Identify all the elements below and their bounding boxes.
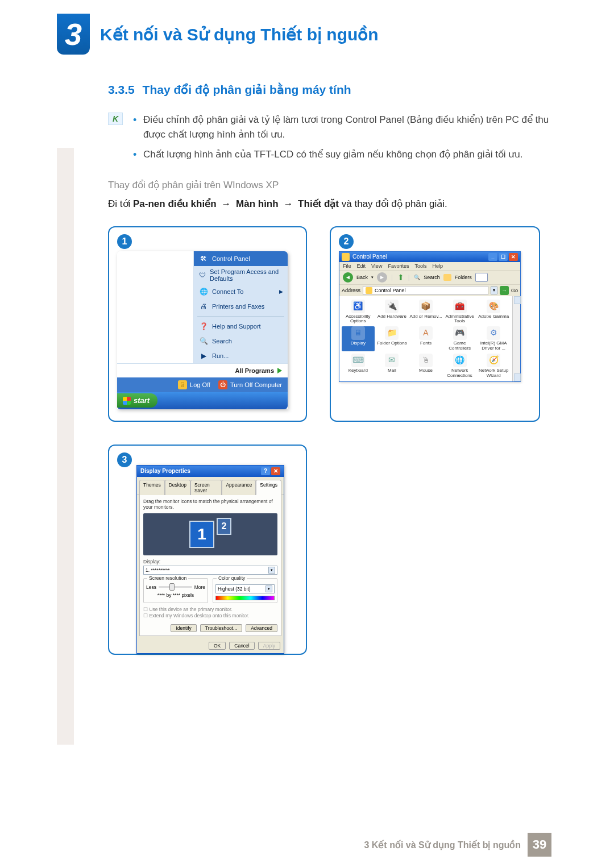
cp-item[interactable]: 🎨Adobe Gamma bbox=[477, 300, 510, 325]
forward-button[interactable]: ► bbox=[377, 272, 387, 283]
folders-icon bbox=[443, 274, 451, 281]
monitor-2[interactable]: 2 bbox=[217, 518, 231, 535]
instruction: Đi tới Pa-nen điều khiển → Màn hình → Th… bbox=[108, 197, 551, 211]
slider-thumb[interactable] bbox=[169, 583, 175, 591]
note-block: K Điều chỉnh độ phân giải và tỷ lệ làm t… bbox=[108, 113, 551, 167]
start-menu-item[interactable]: 🖨Printers and Faxes bbox=[194, 299, 288, 314]
monitor-arrangement[interactable]: 1 2 bbox=[143, 513, 277, 555]
instruction-bold: Màn hình bbox=[236, 198, 279, 209]
footer-text: 3 Kết nối và Sử dụng Thiết bị nguồn bbox=[364, 840, 521, 850]
back-button[interactable]: ◄ bbox=[343, 272, 353, 283]
step-number: 2 bbox=[339, 234, 354, 249]
menu-edit[interactable]: Edit bbox=[357, 263, 366, 269]
cp-item[interactable]: 🧭Network Setup Wizard bbox=[477, 354, 510, 379]
chapter-header: 3 Kết nối và Sử dụng Thiết bị nguồn bbox=[0, 0, 614, 83]
arrow-icon: → bbox=[219, 197, 233, 211]
settings-pane: Drag the monitor icons to match the phys… bbox=[139, 495, 281, 637]
monitor-1[interactable]: 1 bbox=[189, 521, 214, 548]
start-menu-item[interactable]: 🌐Connect To▶ bbox=[194, 284, 288, 299]
scrollbar[interactable] bbox=[512, 296, 520, 382]
window-icon bbox=[342, 253, 350, 261]
tab-screen-saver[interactable]: Screen Saver bbox=[190, 480, 222, 495]
control-panel-window: Control Panel _ ☐ ✕ FileEditViewFavorite… bbox=[339, 251, 521, 383]
screen-resolution-group: Screen resolution Less More **** by ****… bbox=[143, 578, 208, 603]
menu-tools[interactable]: Tools bbox=[414, 263, 426, 269]
views-button[interactable] bbox=[475, 273, 488, 282]
cp-item[interactable]: ⌨Keyboard bbox=[342, 354, 375, 379]
cp-item[interactable]: 🎮Game Controllers bbox=[443, 326, 476, 351]
advanced-button[interactable]: Advanced bbox=[246, 624, 277, 632]
cp-item[interactable]: 📁Folder Options bbox=[376, 326, 409, 351]
menu-favorites[interactable]: Favorites bbox=[388, 263, 409, 269]
start-menu-item[interactable]: ❓Help and Support bbox=[194, 319, 288, 334]
note-list: Điều chỉnh độ phân giải và tỷ lệ làm tươ… bbox=[131, 113, 551, 167]
address-value: Control Panel bbox=[375, 288, 406, 293]
menu-item-label: Printers and Faxes bbox=[212, 303, 264, 310]
back-label: Back bbox=[356, 275, 368, 280]
close-button[interactable]: ✕ bbox=[509, 253, 518, 261]
cp-item[interactable]: 🖱Mouse bbox=[409, 354, 442, 379]
display-select[interactable]: 1. ********** ▾ bbox=[143, 566, 277, 575]
page-footer: 3 Kết nối và Sử dụng Thiết bị nguồn 39 bbox=[364, 833, 551, 857]
menu-item-icon: 🌐 bbox=[198, 286, 209, 297]
extend-desktop-check[interactable]: Extend my Windows desktop onto this moni… bbox=[143, 613, 277, 620]
cp-item[interactable]: ✉Mail bbox=[376, 354, 409, 379]
menu-help[interactable]: Help bbox=[432, 263, 443, 269]
instruction-bold: Pa-nen điều khiển bbox=[133, 198, 217, 209]
close-button[interactable]: ✕ bbox=[271, 467, 280, 475]
tab-appearance[interactable]: Appearance bbox=[222, 480, 256, 495]
primary-monitor-check[interactable]: Use this device as the primary monitor. bbox=[143, 607, 277, 613]
address-dropdown[interactable]: ▾ bbox=[491, 286, 497, 294]
cp-item[interactable]: AFonts bbox=[409, 326, 442, 351]
tab-desktop[interactable]: Desktop bbox=[165, 480, 190, 495]
note-icon: K bbox=[108, 113, 123, 125]
start-menu-item[interactable]: ▶Run... bbox=[194, 348, 288, 363]
cp-item-label: Administrative Tools bbox=[443, 314, 476, 325]
search-label[interactable]: Search bbox=[424, 275, 440, 280]
tab-themes[interactable]: Themes bbox=[139, 480, 165, 495]
minimize-button[interactable]: _ bbox=[488, 253, 497, 261]
start-menu-item[interactable]: 🔍Search bbox=[194, 334, 288, 348]
window-title: Display Properties bbox=[140, 468, 190, 474]
menu-file[interactable]: File bbox=[343, 263, 351, 269]
slider-min-label: Less bbox=[146, 584, 156, 590]
cp-item[interactable]: 🌐Network Connections bbox=[443, 354, 476, 379]
cp-item[interactable]: ⚙Intel(R) GMA Driver for ... bbox=[477, 326, 510, 351]
cp-item[interactable]: ♿Accessibility Options bbox=[342, 300, 375, 325]
troubleshoot-button[interactable]: Troubleshoot... bbox=[200, 624, 242, 632]
cp-item-label: Add Hardware bbox=[377, 314, 406, 319]
logoff-button[interactable]: ⍈ Log Off bbox=[178, 380, 210, 389]
turnoff-button[interactable]: ⏻ Turn Off Computer bbox=[218, 380, 282, 389]
cp-item-icon: ✉ bbox=[385, 354, 399, 367]
address-field[interactable]: Control Panel bbox=[363, 286, 488, 295]
color-quality-value: Highest (32 bit) bbox=[218, 586, 251, 592]
side-decoration bbox=[57, 148, 74, 745]
help-button[interactable]: ? bbox=[261, 467, 270, 475]
maximize-button[interactable]: ☐ bbox=[499, 253, 508, 261]
go-button[interactable]: → bbox=[500, 286, 509, 295]
chevron-down-icon: ▾ bbox=[268, 567, 275, 574]
resolution-slider[interactable] bbox=[159, 586, 192, 588]
cp-item[interactable]: 📦Add or Remov... bbox=[409, 300, 442, 325]
folders-label[interactable]: Folders bbox=[455, 275, 472, 280]
cp-item[interactable]: 🧰Administrative Tools bbox=[443, 300, 476, 325]
titlebar: Display Properties ? ✕ bbox=[137, 466, 284, 477]
cp-item[interactable]: 🔌Add Hardware bbox=[376, 300, 409, 325]
color-quality-select[interactable]: Highest (32 bit) ▾ bbox=[215, 584, 275, 593]
section-heading: 3.3.5 Thay đổi độ phân giải bằng máy tín… bbox=[108, 83, 551, 97]
menu-view[interactable]: View bbox=[371, 263, 382, 269]
cancel-button[interactable]: Cancel bbox=[229, 642, 254, 650]
ok-button[interactable]: OK bbox=[209, 642, 226, 650]
identify-button[interactable]: Identify bbox=[171, 624, 196, 632]
apply-button[interactable]: Apply bbox=[258, 642, 280, 650]
start-menu-item[interactable]: 🛡Set Program Access and Defaults bbox=[194, 266, 288, 284]
step-number: 1 bbox=[117, 234, 132, 249]
up-icon[interactable]: ⬆ bbox=[397, 273, 404, 282]
tabs: ThemesDesktopScreen SaverAppearanceSetti… bbox=[137, 477, 284, 495]
tab-settings[interactable]: Settings bbox=[256, 480, 281, 495]
all-programs-row[interactable]: All Programs bbox=[117, 363, 288, 377]
start-button[interactable]: start bbox=[117, 393, 157, 408]
cp-item[interactable]: 🖥Display bbox=[342, 326, 375, 351]
start-menu-item[interactable]: 🛠Control Panel bbox=[194, 251, 288, 266]
step-panel-1: 1 🛠Control Panel🛡Set Program Access and … bbox=[108, 226, 307, 422]
